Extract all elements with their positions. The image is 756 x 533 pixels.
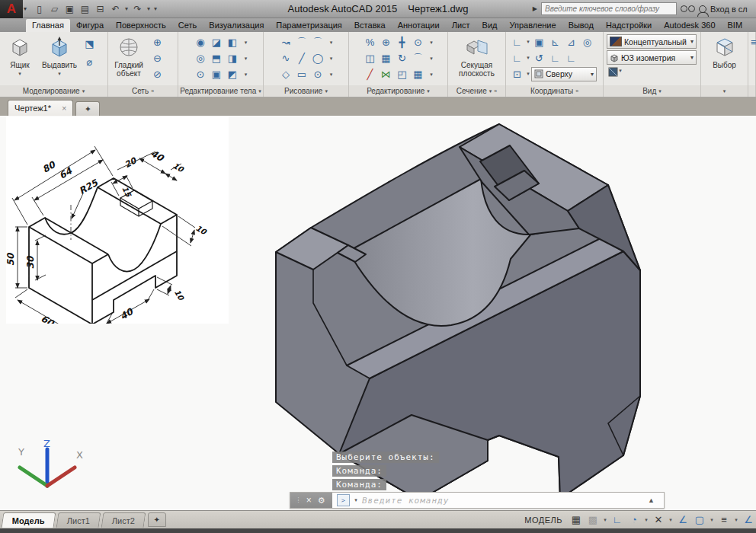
ucs-world-icon[interactable]: ◎ — [579, 34, 595, 49]
array-dd-icon[interactable]: ▾ — [428, 72, 434, 78]
ucs-origin-icon[interactable]: ∟ — [509, 50, 525, 65]
object-snap-icon[interactable]: ▢ — [692, 513, 707, 527]
layout1-tab[interactable]: Лист1 — [56, 512, 101, 528]
tab-bim[interactable]: BIM — [722, 19, 749, 32]
rotate-3d-icon[interactable]: ↻ — [394, 51, 410, 66]
panel-label-view[interactable]: Вид▾ — [604, 85, 700, 97]
drawing-viewport[interactable]: 80 64 R25 15 20 40 10 10 50 30 60 40 10 — [0, 116, 756, 510]
new-drawing-tab-button[interactable]: ✦ — [75, 101, 100, 116]
box-tool-button[interactable]: Ящик▾ — [2, 34, 37, 78]
model-space-badge[interactable]: МОДЕЛЬ — [524, 515, 562, 525]
array-icon[interactable]: ▦ — [378, 51, 394, 66]
ucs-object-icon[interactable]: ⊾ — [547, 34, 563, 49]
revolve-icon[interactable]: ⌀ — [82, 54, 98, 69]
panel-label-section[interactable]: Сечение▾» — [448, 85, 505, 97]
ucs-axis-icon[interactable]: Y Z X — [11, 439, 84, 504]
search-icon[interactable] — [681, 5, 695, 12]
polygon-icon[interactable]: ◇ — [278, 67, 294, 82]
scale-3d-icon[interactable]: ◰ — [394, 67, 410, 82]
file-tab-close-icon[interactable]: × — [62, 104, 66, 113]
intersect-icon[interactable]: ⊙ — [193, 67, 209, 82]
union-dd-icon[interactable]: ▾ — [243, 40, 249, 46]
viewport-dd-icon[interactable]: ▾ — [617, 68, 623, 74]
subtract-icon[interactable]: ◎ — [193, 51, 209, 66]
command-expand-icon[interactable]: ▲ — [643, 496, 659, 504]
tab-surface[interactable]: Поверхность — [110, 19, 172, 32]
smooth-less-icon[interactable]: ⊖ — [149, 51, 165, 66]
ucs-named-icon[interactable]: ▣ — [531, 34, 547, 49]
open-file-icon[interactable]: ▱ — [47, 2, 62, 16]
shell-icon[interactable]: ▣ — [209, 67, 225, 82]
tab-visualize[interactable]: Визуализация — [203, 19, 270, 32]
separate-icon[interactable]: ◧ — [225, 35, 241, 50]
presspull-icon[interactable]: ⬔ — [82, 36, 98, 51]
ucs-origin-dd-icon[interactable]: ▾ — [525, 55, 531, 61]
arc-dd-icon[interactable]: ▾ — [328, 40, 335, 46]
section-plane-button[interactable]: Секущая плоскость — [453, 34, 501, 78]
command-line-bar[interactable]: ⁞ × ⚙ ＞ ▾ Введите команду ▲ — [290, 492, 665, 509]
layers-icon[interactable]: ≡ — [751, 34, 756, 49]
save-as-icon[interactable]: ▤ — [78, 2, 92, 16]
array-rect-icon[interactable]: ▦ — [410, 67, 426, 82]
arc-icon[interactable]: ⌒ — [310, 35, 326, 50]
panel-label-modify[interactable]: Редактирование▾ — [349, 85, 447, 97]
tab-annotate[interactable]: Аннотации — [392, 19, 446, 32]
snap-dd-icon[interactable]: ▾ — [602, 517, 608, 523]
named-ucs-combo[interactable]: Сверху ▾ — [531, 67, 597, 81]
tab-home[interactable]: Главная — [26, 19, 70, 32]
ucs-icon[interactable]: ∟ — [509, 34, 525, 49]
panel-label-coordinates[interactable]: Координаты» — [506, 85, 603, 97]
selection-button[interactable]: Выбор — [705, 34, 745, 69]
imprint-icon[interactable]: ◨ — [225, 51, 241, 66]
undo-dropdown-icon[interactable]: ▾ — [123, 5, 130, 12]
tab-layout[interactable]: Лист — [446, 19, 476, 32]
undo-icon[interactable]: ↶ — [108, 2, 123, 16]
qat-customize-icon[interactable]: ▾ — [152, 5, 159, 12]
ellipse-icon[interactable]: ⊙ — [310, 67, 326, 82]
union-icon[interactable]: ◉ — [193, 35, 209, 50]
panel-label-solid-editing[interactable]: Редактирование тела▾ — [178, 85, 263, 97]
infocenter-collapse-icon[interactable]: ▶ — [533, 5, 537, 12]
recent-commands-icon[interactable]: ▾ — [353, 497, 359, 503]
smooth-more-icon[interactable]: ⊕ — [149, 35, 165, 50]
isometric-drafting-icon[interactable]: ✕ — [651, 513, 666, 527]
customize-wrench-icon[interactable]: ⚙ — [318, 496, 325, 506]
smooth-object-button[interactable]: Гладкий объект — [111, 34, 147, 78]
ortho-mode-icon[interactable]: ∟ — [610, 513, 625, 527]
app-menu-arrow-icon[interactable]: ▾ — [24, 5, 27, 12]
ucs-x-icon[interactable]: ∟ — [547, 50, 563, 65]
tab-autodesk360[interactable]: Autodesk 360 — [658, 19, 721, 32]
helix-icon[interactable]: ⌒ — [294, 35, 310, 50]
mesh-crease-icon[interactable]: ⊘ — [149, 67, 165, 82]
new-file-icon[interactable]: ▯ — [32, 2, 46, 16]
tab-insert[interactable]: Вставка — [348, 19, 392, 32]
command-line-grip[interactable]: ⁞ × ⚙ — [290, 493, 332, 508]
ucs-view-dd-icon[interactable]: ▾ — [525, 71, 531, 77]
rectangle-icon[interactable]: ▭ — [294, 67, 310, 82]
ucs-dd-icon[interactable]: ▾ — [525, 39, 531, 45]
ucs-z-icon[interactable]: ∟ — [563, 50, 579, 65]
trim-icon[interactable]: % — [362, 35, 378, 50]
user-account-icon[interactable] — [699, 5, 706, 13]
new-layout-button[interactable]: ✦ — [148, 512, 166, 527]
panel-label-selection[interactable]: ▾ — [701, 85, 748, 97]
layout2-tab[interactable]: Лист2 — [101, 512, 146, 528]
fillet-dd-icon[interactable]: ▾ — [428, 56, 434, 62]
shell-dd-icon[interactable]: ▾ — [243, 72, 249, 78]
app-menu-button[interactable]: A — [0, 0, 23, 18]
object-snap-tracking-icon[interactable]: ∠ — [675, 513, 690, 527]
tab-manage[interactable]: Управление — [503, 19, 562, 32]
tab-output[interactable]: Вывод — [562, 19, 600, 32]
redo-icon[interactable]: ↷ — [130, 2, 145, 16]
ucs-view-icon[interactable]: ⊡ — [509, 66, 525, 81]
save-icon[interactable]: ▣ — [62, 2, 77, 16]
snap-mode-icon[interactable]: ▩ — [585, 513, 601, 527]
polyline-icon[interactable]: ↝ — [278, 35, 294, 50]
fillet-icon[interactable]: ⌒ — [410, 51, 426, 66]
tab-view[interactable]: Вид — [476, 19, 504, 32]
circle-dd-icon[interactable]: ▾ — [328, 56, 335, 62]
panel-label-draw[interactable]: Рисование▾ — [264, 85, 348, 97]
close-command-icon[interactable]: × — [306, 495, 312, 506]
command-input[interactable]: ＞ ▾ Введите команду ▲ — [332, 493, 664, 508]
panel-label-mesh[interactable]: Сеть» — [108, 85, 178, 97]
